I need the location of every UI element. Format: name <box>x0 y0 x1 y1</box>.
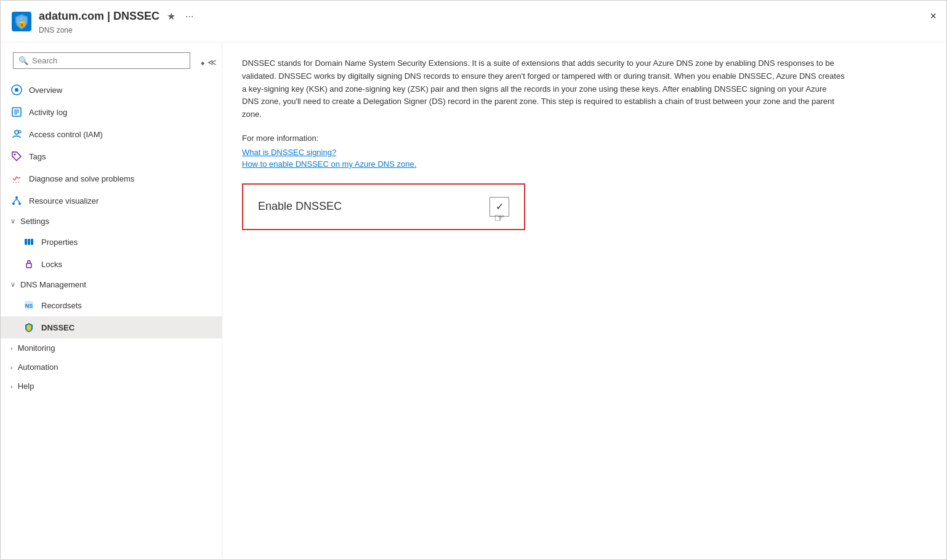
sidebar-item-label: Properties <box>41 238 78 247</box>
chevron-down-icon: ∨ <box>10 217 15 225</box>
tags-icon <box>10 150 23 162</box>
close-button[interactable]: × <box>930 10 937 22</box>
info-section: For more information: What is DNSSEC sig… <box>242 134 927 169</box>
sidebar-item-label: Resource visualizer <box>29 196 99 206</box>
chevron-down-icon: ∨ <box>10 281 15 289</box>
automation-section-label: Automation <box>18 362 58 372</box>
sidebar-item-label: Diagnose and solve problems <box>29 174 134 183</box>
diagnose-icon <box>10 172 23 185</box>
svg-line-18 <box>14 199 17 202</box>
sidebar-item-iam[interactable]: Access control (IAM) <box>1 123 222 145</box>
properties-icon <box>23 236 35 248</box>
search-input[interactable] <box>32 56 185 65</box>
page-header: 🔒 adatum.com | DNSSEC ★ ··· DNS zone × <box>1 1 946 42</box>
chevron-right-icon: › <box>10 383 13 390</box>
for-more-info-label: For more information: <box>242 134 927 143</box>
svg-rect-20 <box>25 239 27 245</box>
sidebar-item-recordsets[interactable]: NS Recordsets <box>1 294 222 316</box>
dnssec-toggle[interactable]: ✓ ☞ <box>490 197 509 217</box>
sidebar-item-properties[interactable]: Properties <box>1 231 222 253</box>
activity-log-icon <box>10 106 23 118</box>
svg-line-13 <box>17 177 18 178</box>
sidebar-item-resource-visualizer[interactable]: Resource visualizer <box>1 190 222 212</box>
settings-section-header[interactable]: ∨ Settings <box>1 212 222 231</box>
sidebar-item-activity-log[interactable]: Activity log <box>1 101 222 123</box>
svg-text:NS: NS <box>25 303 33 309</box>
search-container: 🔍 <box>13 52 190 69</box>
filter-button[interactable]: ⬥ <box>200 57 205 67</box>
svg-line-19 <box>17 199 20 202</box>
dns-management-section-header[interactable]: ∨ DNS Management <box>1 275 222 294</box>
svg-rect-21 <box>28 239 30 245</box>
svg-point-16 <box>12 202 15 205</box>
svg-rect-22 <box>31 239 33 245</box>
svg-point-17 <box>18 202 21 205</box>
sidebar-item-label: Recordsets <box>41 301 82 310</box>
collapse-button[interactable]: ≪ <box>208 57 217 67</box>
sidebar-item-dnssec[interactable]: DNSSEC <box>1 316 222 338</box>
help-section-header[interactable]: › Help <box>1 377 222 396</box>
header-icon: 🔒 <box>10 10 33 33</box>
main-layout: 🔍 ⬥ ≪ Overview Activity log Access c <box>1 42 946 558</box>
locks-icon <box>23 258 35 270</box>
enable-dnssec-card[interactable]: Enable DNSSEC ✓ ☞ <box>242 183 525 230</box>
chevron-right-icon: › <box>10 364 13 371</box>
more-button[interactable]: ··· <box>183 9 196 25</box>
settings-section-label: Settings <box>20 217 49 226</box>
sidebar-item-tags[interactable]: Tags <box>1 145 222 167</box>
description-text: DNSSEC stands for Domain Name System Sec… <box>242 57 845 121</box>
help-section-label: Help <box>18 382 34 391</box>
sidebar-item-locks[interactable]: Locks <box>1 253 222 275</box>
svg-text:🔒: 🔒 <box>17 17 28 28</box>
sidebar-item-label: Access control (IAM) <box>29 130 103 139</box>
header-title-group: adatum.com | DNSSEC ★ ··· DNS zone <box>39 8 937 34</box>
sidebar: 🔍 ⬥ ≪ Overview Activity log Access c <box>1 42 222 558</box>
iam-icon <box>10 128 23 140</box>
svg-line-14 <box>18 177 20 178</box>
monitoring-section-label: Monitoring <box>18 343 55 353</box>
sidebar-item-label: Tags <box>29 152 46 161</box>
sidebar-item-overview[interactable]: Overview <box>1 79 222 101</box>
link-what-is-dnssec[interactable]: What is DNSSEC signing? <box>242 148 927 157</box>
enable-dnssec-label: Enable DNSSEC <box>258 200 342 213</box>
page-subtitle: DNS zone <box>39 26 937 34</box>
favorite-button[interactable]: ★ <box>164 8 178 25</box>
dns-management-section-label: DNS Management <box>20 280 86 289</box>
page-title: adatum.com | DNSSEC ★ ··· <box>39 8 937 25</box>
sidebar-item-label: Locks <box>41 260 62 269</box>
svg-point-3 <box>15 88 18 92</box>
monitoring-section-header[interactable]: › Monitoring <box>1 338 222 358</box>
sidebar-item-label: DNSSEC <box>41 323 75 332</box>
cursor-icon: ☞ <box>494 210 505 225</box>
sidebar-item-label: Activity log <box>29 108 67 117</box>
dnssec-icon <box>23 321 35 334</box>
svg-point-15 <box>15 196 18 199</box>
svg-point-10 <box>14 154 16 156</box>
svg-rect-23 <box>26 263 31 268</box>
svg-point-8 <box>15 130 18 134</box>
automation-section-header[interactable]: › Automation <box>1 358 222 377</box>
svg-line-12 <box>15 177 17 180</box>
main-content: DNSSEC stands for Domain Name System Sec… <box>222 42 946 558</box>
sidebar-item-label: Overview <box>29 86 62 95</box>
resource-visualizer-icon <box>10 194 23 207</box>
search-icon: 🔍 <box>18 56 28 65</box>
title-text: adatum.com | DNSSEC <box>39 10 159 23</box>
link-how-to-enable[interactable]: How to enable DNSSEC on my Azure DNS zon… <box>242 159 927 169</box>
sidebar-item-diagnose[interactable]: Diagnose and solve problems <box>1 167 222 190</box>
chevron-right-icon: › <box>10 345 13 352</box>
overview-icon <box>10 84 23 96</box>
recordsets-icon: NS <box>23 299 35 311</box>
